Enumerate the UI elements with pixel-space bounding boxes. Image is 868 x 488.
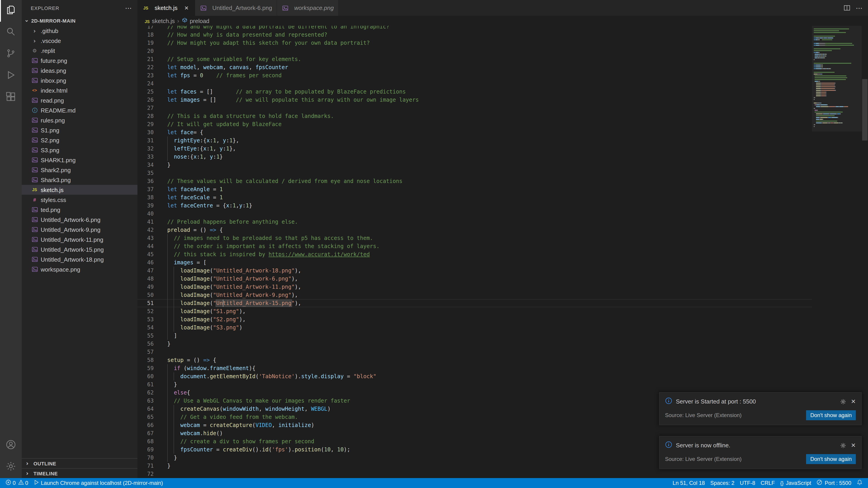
code-line[interactable]: 25let faces = [] // an array to be popul… — [137, 88, 812, 96]
line-number[interactable]: 43 — [137, 234, 154, 242]
code-line[interactable]: 59 if (window.frameElement){ — [137, 364, 812, 372]
activity-item-search[interactable] — [0, 22, 22, 43]
folder-item[interactable]: ›.vscode — [22, 36, 137, 46]
file-item[interactable]: future.png — [22, 56, 137, 66]
file-item[interactable]: ted.png — [22, 205, 137, 215]
status-debug-launch[interactable]: Launch Chrome against localhost (2D-mirr… — [31, 478, 166, 488]
line-number[interactable]: 57 — [137, 348, 154, 356]
tab-sketch.js[interactable]: JSsketch.js✕ — [137, 0, 195, 16]
folder-item[interactable]: ›.github — [22, 26, 137, 36]
code-line[interactable]: 53 loadImage("S2.png"), — [137, 315, 812, 324]
status-language-mode[interactable]: {}JavaScript — [778, 478, 814, 488]
code-line[interactable]: 48 loadImage("Untitled_Artwork-6.png"), — [137, 275, 812, 283]
file-item[interactable]: ⚙.replit — [22, 46, 137, 56]
code-line[interactable]: 51 loadImage("Untitled_Artwork-15.png"), — [137, 299, 812, 307]
line-number[interactable]: 19 — [137, 39, 154, 47]
split-editor-icon[interactable] — [844, 4, 850, 11]
line-number[interactable]: 22 — [137, 63, 154, 71]
line-number[interactable]: 68 — [137, 437, 154, 446]
dont-show-again-button[interactable]: Don't show again — [806, 454, 856, 464]
line-number[interactable]: 44 — [137, 242, 154, 250]
code-line[interactable]: 32 leftEye:{x:1, y:1}, — [137, 144, 812, 153]
code-line[interactable]: 35 — [137, 169, 812, 177]
code-line[interactable]: 19// How might you adapt this sketch for… — [137, 39, 812, 47]
more-actions-icon[interactable]: ⋯ — [856, 4, 863, 12]
line-number[interactable]: 56 — [137, 340, 154, 348]
line-number[interactable]: 28 — [137, 112, 154, 120]
sidebar-more-actions-icon[interactable]: ⋯ — [125, 4, 132, 12]
status-cursor-position[interactable]: Ln 51, Col 18 — [670, 478, 708, 488]
code-line[interactable]: 47 loadImage("Untitled_Artwork-18.png"), — [137, 267, 812, 275]
line-number[interactable]: 72 — [137, 470, 154, 478]
line-number[interactable]: 41 — [137, 218, 154, 226]
tab-Untitled_Artwork-6.png[interactable]: Untitled_Artwork-6.png — [195, 0, 277, 16]
file-item[interactable]: S3.png — [22, 145, 137, 155]
status-encoding[interactable]: UTF-8 — [737, 478, 758, 488]
code-line[interactable]: 38let faceScale = 1 — [137, 193, 812, 201]
activity-item-account[interactable] — [0, 435, 22, 456]
code-line[interactable]: 42preload = () => { — [137, 226, 812, 234]
code-line[interactable]: 60 document.getElementById('TabNotice').… — [137, 372, 812, 381]
activity-item-settings[interactable] — [0, 456, 22, 478]
file-item[interactable]: README.md — [22, 105, 137, 115]
breadcrumb-file[interactable]: sketch.js — [152, 18, 175, 24]
line-number[interactable]: 33 — [137, 153, 154, 161]
file-item[interactable]: workspace.png — [22, 264, 137, 274]
file-item[interactable]: S1.png — [22, 125, 137, 135]
line-number[interactable]: 24 — [137, 79, 154, 88]
line-number[interactable]: 21 — [137, 55, 154, 63]
line-number[interactable]: 23 — [137, 71, 154, 79]
sidebar-section-outline[interactable]: ›OUTLINE — [22, 458, 137, 468]
activity-item-run-debug[interactable] — [0, 65, 22, 87]
line-number[interactable]: 36 — [137, 177, 154, 185]
line-number[interactable]: 54 — [137, 324, 154, 332]
code-line[interactable]: 50 loadImage("Untitled_Artwork-9.png"), — [137, 291, 812, 299]
code-line[interactable]: 43 // images need to be preloaded so tha… — [137, 234, 812, 242]
dont-show-again-button[interactable]: Don't show again — [806, 410, 856, 420]
code-line[interactable]: 54 loadImage("S3.png") — [137, 324, 812, 332]
line-number[interactable]: 34 — [137, 161, 154, 169]
code-line[interactable]: 24 — [137, 79, 812, 88]
code-line[interactable]: 26let images = [] // we will populate th… — [137, 96, 812, 104]
code-line[interactable]: 40 — [137, 210, 812, 218]
line-number[interactable]: 38 — [137, 193, 154, 201]
line-number[interactable]: 60 — [137, 372, 154, 381]
code-line[interactable]: 57 — [137, 348, 812, 356]
editor-scrollbar[interactable] — [862, 26, 868, 478]
status-live-server-port[interactable]: Port : 5500 — [814, 478, 854, 488]
code-line[interactable]: 18// How and why is data presented and r… — [137, 31, 812, 39]
line-number[interactable]: 62 — [137, 389, 154, 397]
workspace-root-folder[interactable]: › 2D-MIRROR-MAIN — [22, 16, 137, 26]
file-item[interactable]: ideas.png — [22, 66, 137, 75]
code-line[interactable]: 56} — [137, 340, 812, 348]
code-line[interactable]: 29// It will get updated by BlazeFace — [137, 120, 812, 128]
code-line[interactable]: 30let face= { — [137, 128, 812, 136]
activity-item-explorer[interactable] — [0, 0, 22, 22]
close-icon[interactable]: ✕ — [851, 398, 856, 405]
line-number[interactable]: 65 — [137, 413, 154, 421]
line-number[interactable]: 18 — [137, 31, 154, 39]
activity-item-source-control[interactable] — [0, 43, 22, 65]
file-item[interactable]: S2.png — [22, 135, 137, 145]
code-line[interactable]: 45 // this stack is inspired by https://… — [137, 250, 812, 258]
code-line[interactable]: 22let model, webcam, canvas, fpsCounter — [137, 63, 812, 71]
code-line[interactable]: 28// This is a data structure to hold fa… — [137, 112, 812, 120]
line-number[interactable]: 49 — [137, 283, 154, 291]
line-number[interactable]: 20 — [137, 47, 154, 55]
tab-workspace.png[interactable]: workspace.png — [277, 0, 339, 16]
line-number[interactable]: 71 — [137, 462, 154, 470]
status-indentation[interactable]: Spaces: 2 — [708, 478, 737, 488]
line-number[interactable]: 39 — [137, 201, 154, 210]
code-line[interactable]: 21// Setup some variables for key elemen… — [137, 55, 812, 63]
line-number[interactable]: 70 — [137, 454, 154, 462]
line-number[interactable]: 63 — [137, 397, 154, 405]
line-number[interactable]: 27 — [137, 104, 154, 112]
code-line[interactable]: 36// These values will be calculated / d… — [137, 177, 812, 185]
line-number[interactable]: 53 — [137, 315, 154, 324]
code-line[interactable]: 41// Preload happens before anything els… — [137, 218, 812, 226]
activity-item-extensions[interactable] — [0, 87, 22, 108]
file-item[interactable]: rules.png — [22, 115, 137, 125]
code-line[interactable]: 23let fps = 0 // frames per second — [137, 71, 812, 79]
file-item[interactable]: Untitled_Artwork-11.png — [22, 234, 137, 245]
file-item[interactable]: JSsketch.js — [22, 185, 137, 195]
